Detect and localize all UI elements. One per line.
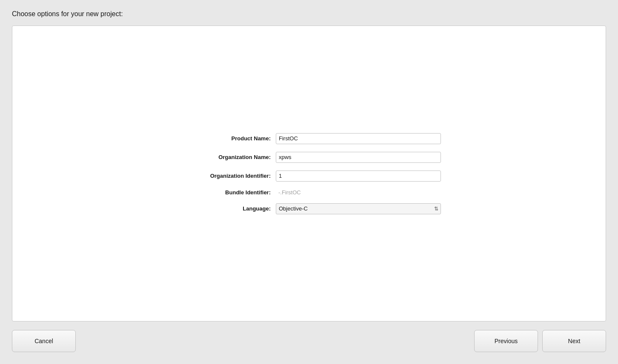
footer-right: Previous Next [474, 330, 606, 352]
footer-buttons: Cancel Previous Next [12, 330, 606, 352]
previous-button[interactable]: Previous [474, 330, 538, 352]
next-button[interactable]: Next [542, 330, 606, 352]
language-row: Language: Objective-C Swift ⇅ [177, 203, 441, 214]
bundle-identifier-row: Bundle Identifier: -.FirstOC [177, 189, 441, 196]
form-container: Product Name: Organization Name: Organiz… [177, 133, 441, 214]
product-name-label: Product Name: [177, 135, 271, 142]
cancel-button[interactable]: Cancel [12, 330, 76, 352]
product-name-row: Product Name: [177, 133, 441, 144]
organization-identifier-row: Organization Identifier: [177, 171, 441, 182]
organization-name-label: Organization Name: [177, 154, 271, 160]
language-label: Language: [177, 205, 271, 212]
organization-name-input[interactable] [276, 152, 441, 163]
bundle-identifier-label: Bundle Identifier: [177, 189, 271, 196]
main-panel: Product Name: Organization Name: Organiz… [12, 26, 606, 321]
organization-name-row: Organization Name: [177, 152, 441, 163]
organization-identifier-input[interactable] [276, 171, 441, 182]
footer-left: Cancel [12, 330, 470, 352]
language-select-wrapper: Objective-C Swift ⇅ [276, 203, 441, 214]
page-title: Choose options for your new project: [12, 10, 606, 18]
language-select[interactable]: Objective-C Swift [276, 203, 441, 214]
product-name-input[interactable] [276, 133, 441, 144]
organization-identifier-label: Organization Identifier: [177, 173, 271, 179]
bundle-identifier-value: -.FirstOC [276, 189, 441, 196]
